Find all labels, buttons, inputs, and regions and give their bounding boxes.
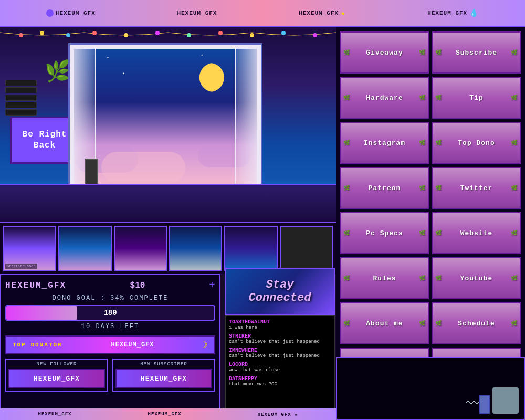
panel-row: Starting soon (0, 222, 336, 274)
vinyl-4 (5, 102, 37, 108)
star-small-1: ✦ (107, 55, 109, 60)
dono-goal-text: DONO GOAL : 34% COMPLETE (5, 295, 215, 302)
panel-thumb-3 (114, 226, 167, 271)
twitter-button[interactable]: Twitter (432, 167, 521, 209)
dono-username: HEXEUM_GFX (5, 281, 66, 290)
dono-plus-icon: + (209, 279, 215, 291)
chat-message-2: STRIKER can't believe that just happened (229, 333, 331, 344)
moon-decoration (195, 63, 224, 92)
chat-message-4: LOCORD wow that was close (229, 362, 331, 373)
lights-svg (0, 30, 336, 38)
svg-point-7 (218, 31, 223, 35)
hardware-button[interactable]: Hardware (340, 77, 429, 119)
chat-message-5: DATSHEPPY that move was POG (229, 376, 331, 387)
svg-point-8 (250, 33, 254, 37)
chat-text-4: wow that was close (229, 368, 331, 373)
bottom-banner: HEXEUM_GFX HEXEUM_GFX HEXEUM_GFX ★ (0, 408, 336, 420)
star-small-4: · (211, 87, 214, 91)
top-donator-bar: TOP DONATOR HEXEUM_GFX ☽ (5, 335, 215, 354)
vinyl-3 (5, 94, 37, 101)
panel-thumb-1: Starting soon (3, 226, 56, 271)
banner-label-3: HEXEUM_GFX (299, 10, 339, 16)
rules-button[interactable]: Rules (340, 257, 429, 299)
chat-message-3: IMNEWHERE can't believe that just happen… (229, 348, 331, 359)
panel-thumb-4 (169, 226, 222, 271)
youtube-button[interactable]: Youtube (432, 257, 521, 299)
chat-username-2: STRIKER (229, 333, 331, 339)
banner-item-4: HEXEUM_GFX 💧 (427, 8, 479, 17)
stay-connected-panel: StayConnected (225, 268, 335, 315)
chat-message-1: TOASTEDWALNUT i was here (229, 319, 331, 330)
plant-left-icon: 🌿 (45, 59, 71, 111)
vinyls (5, 80, 37, 116)
curtain-right (235, 45, 261, 188)
star-icon: ★ (341, 8, 345, 17)
new-follower-label: NEW FOLLOWER (8, 362, 105, 367)
new-follower-box: NEW FOLLOWER HEXEUM_GFX (5, 359, 108, 392)
progress-bar (6, 306, 77, 320)
banner-item-3: HEXEUM_GFX ★ (299, 8, 345, 17)
desk-area (0, 184, 336, 222)
new-follower-button[interactable]: HEXEUM_GFX (8, 369, 105, 388)
new-subscriber-label: NEW SUBSCRIBER (116, 362, 212, 367)
dono-section: HEXEUM_GFX $10 + DONO GOAL : 34% COMPLET… (0, 274, 220, 411)
bottom-banner-item-3: HEXEUM_GFX ★ (258, 412, 298, 417)
moon-icon: ☽ (203, 340, 208, 350)
subscribe-button[interactable]: Subscribe (432, 32, 521, 74)
patreon-button[interactable]: Patreon (340, 167, 429, 209)
giveaway-button[interactable]: Giveaway (340, 32, 429, 74)
days-left: 10 DAYS LEFT (5, 323, 215, 330)
svg-point-9 (281, 31, 286, 35)
schedule-button[interactable]: Schedule (432, 302, 521, 344)
chat-username-1: TOASTEDWALNUT (229, 319, 331, 325)
vinyl-5 (5, 109, 37, 116)
about-me-button[interactable]: About me (340, 302, 429, 344)
progress-container: 180 (5, 305, 215, 321)
tip-button[interactable]: Tip (432, 77, 521, 119)
svg-point-10 (313, 33, 317, 37)
svg-point-5 (155, 31, 160, 35)
bottom-right-panel: 〰 (336, 357, 525, 420)
banner-label-1: HEXEUM_GFX (56, 10, 96, 16)
chat-username-3: IMNEWHERE (229, 348, 331, 353)
dono-amount: $10 (130, 281, 145, 290)
lights-string (0, 30, 336, 38)
svg-point-2 (66, 33, 70, 37)
panel-label-1: Starting soon (5, 264, 37, 269)
bottom-banner-item-2: HEXEUM_GFX (148, 412, 182, 417)
banner-label-4: HEXEUM_GFX (427, 10, 467, 16)
star-small-2: ✦ (122, 71, 125, 76)
panel-thumb-6 (280, 226, 333, 271)
stay-connected-text: StayConnected (249, 278, 311, 304)
banner-item-1: HEXEUM_GFX (46, 9, 96, 17)
banner-label-2: HEXEUM_GFX (177, 10, 217, 16)
drop-icon: 💧 (469, 8, 479, 17)
cloud-2 (101, 152, 185, 183)
banner-item-2: HEXEUM_GFX (177, 10, 217, 16)
chat-text-5: that move was POG (229, 382, 331, 387)
follower-row: NEW FOLLOWER HEXEUM_GFX NEW SUBSCRIBER H… (5, 359, 215, 392)
svg-point-6 (187, 33, 191, 37)
bottom-banner-item-1: HEXEUM_GFX (38, 412, 72, 417)
chat-username-5: DATSHEPPY (229, 376, 331, 382)
new-subscriber-box: NEW SUBSCRIBER HEXEUM_GFX (112, 359, 215, 392)
top-donator-name: HEXEUM_GFX (111, 341, 154, 349)
chat-username-4: LOCORD (229, 362, 331, 368)
banner-dot (46, 9, 54, 17)
progress-label: 180 (103, 309, 117, 317)
pc-specs-button[interactable]: Pc Specs (340, 212, 429, 254)
top-banner: HEXEUM_GFX HEXEUM_GFX HEXEUM_GFX ★ HEXEU… (0, 0, 525, 27)
chat-text-3: can't believe that just happened (229, 353, 331, 359)
svg-point-1 (40, 31, 44, 35)
chat-text-1: i was here (229, 325, 331, 330)
panel-thumb-5 (224, 226, 277, 271)
books-decoration (479, 395, 490, 414)
star-small-3: ✦ (201, 52, 203, 57)
new-subscriber-button[interactable]: HEXEUM_GFX (116, 369, 212, 388)
website-button[interactable]: Website (432, 212, 521, 254)
top-dono-button[interactable]: Top Dono (432, 122, 521, 164)
dono-header: HEXEUM_GFX $10 + (5, 279, 215, 291)
svg-point-3 (92, 31, 97, 35)
top-donator-label: TOP DONATOR (13, 342, 62, 348)
instagram-button[interactable]: Instagram (340, 122, 429, 164)
